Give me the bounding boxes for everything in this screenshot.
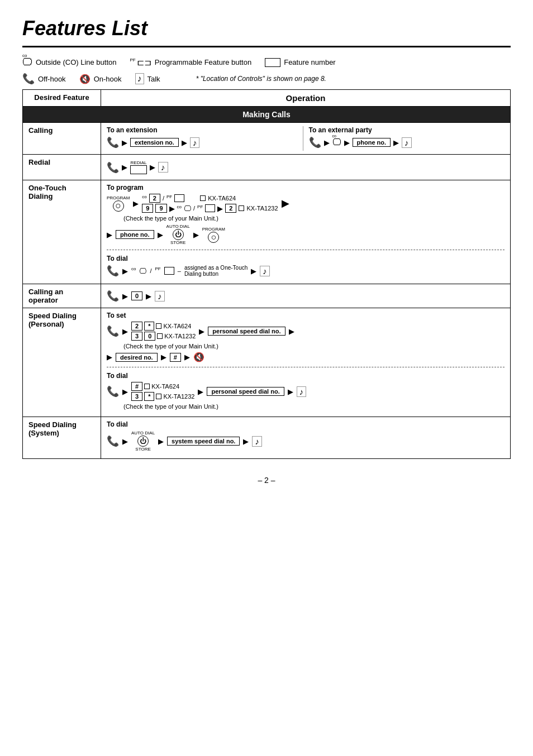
- dialing-btn-label: Dialing button: [184, 271, 248, 277]
- making-calls-header: Making Calls: [23, 107, 511, 123]
- co-line-legend: co 🖵 Outside (CO) Line button: [22, 56, 117, 68]
- table-row: One-TouchDialing To program PROGRAM ○ ▶ …: [23, 180, 511, 284]
- talk-sym-4: ♪: [260, 266, 270, 276]
- to-dial-label-3: To dial: [107, 420, 505, 428]
- talk-sym-7: ♪: [252, 436, 262, 447]
- talk-sym-5: ♪: [155, 291, 165, 302]
- feature-speed-personal: Speed Dialing(Personal): [23, 308, 101, 417]
- page-number: – 2 –: [22, 476, 511, 485]
- arrow-2: ▶: [182, 138, 187, 147]
- talk-sym-6: ♪: [297, 386, 307, 397]
- talk-label: Talk: [147, 75, 160, 83]
- offhook-sym-3: 📞: [107, 161, 119, 174]
- personal-speed-no-btn-2: personal speed dial no.: [207, 387, 284, 396]
- kx-ta624-check-1: [200, 195, 206, 201]
- check-main-unit-1: (Check the type of your Main Unit.): [123, 215, 505, 222]
- op-speed-system: To dial 📞 ▶ AUTO DIAL ⏻ STORE ▶ system s…: [101, 417, 511, 459]
- to-extension-label: To an extension: [107, 126, 299, 134]
- table-row: Redial 📞 ▶ REDIAL ▶ ♪: [23, 155, 511, 180]
- check-main-unit-2: (Check the type of your Main Unit.): [123, 343, 505, 350]
- phone-no-btn: phone no.: [353, 138, 391, 147]
- feature-calling: Calling: [23, 123, 101, 155]
- feature-operator: Calling anoperator: [23, 284, 101, 308]
- offhook-sym-8: 📞: [107, 435, 119, 447]
- table-row: Speed Dialing(Personal) To set 📞 ▶ 2 * K…: [23, 308, 511, 417]
- offhook-sym-4: 📞: [107, 265, 119, 277]
- features-table: Desired Feature Operation Making Calls C…: [22, 89, 511, 459]
- redial-box: [130, 165, 147, 174]
- offhook-sym-7: 📞: [107, 385, 119, 398]
- talk-sym-2: ♪: [402, 137, 412, 148]
- title-divider: [22, 46, 511, 47]
- kx-ta1232-label-3: KX-TA1232: [163, 393, 194, 400]
- kx-ta624-label-1: KX-TA624: [208, 195, 236, 202]
- arrow-1: ▶: [122, 138, 127, 147]
- pf-label: Programmable Feature button: [155, 58, 251, 66]
- feature-one-touch: One-TouchDialing: [23, 180, 101, 284]
- op-one-touch: To program PROGRAM ○ ▶ co 2 / P: [101, 180, 511, 284]
- onhook-sym-1: 🔇: [193, 352, 204, 362]
- legend-row-2: 📞 Off-hook 🔇 On-hook ♪ Talk * "Location …: [22, 73, 511, 85]
- to-dial-label-1: To dial: [107, 255, 505, 262]
- talk-legend: ♪ Talk: [135, 73, 160, 84]
- feature-redial: Redial: [23, 155, 101, 180]
- hash-btn-1: #: [170, 353, 181, 362]
- table-row: Speed Dialing(System) To dial 📞 ▶ AUTO D…: [23, 417, 511, 459]
- kx-ta624-label-2: KX-TA624: [163, 323, 191, 329]
- pf-icon: PF ⊏⊐: [130, 57, 151, 68]
- offhook-sym-2: 📞: [309, 136, 321, 149]
- offhook-sym-6: 📞: [107, 325, 119, 337]
- kx-ta624-label-3: KX-TA624: [151, 383, 179, 390]
- col-feature-header: Desired Feature: [23, 90, 101, 107]
- kx-ta1232-label-2: KX-TA1232: [164, 333, 196, 339]
- table-row: Calling anoperator 📞 ▶ 0 ▶ ♪: [23, 284, 511, 308]
- talk-sym-1: ♪: [190, 137, 200, 148]
- page-title: Features List: [22, 17, 511, 40]
- offhook-sym-5: 📞: [107, 290, 119, 302]
- op-calling: To an extension 📞 ▶ extension no. ▶ ♪ To…: [101, 123, 511, 155]
- offhook-icon: 📞: [22, 73, 35, 85]
- system-speed-no-btn: system speed dial no.: [167, 437, 240, 446]
- pf-legend: PF ⊏⊐ Programmable Feature button: [130, 57, 252, 68]
- talk-icon: ♪: [135, 73, 144, 84]
- co-line-icon: co 🖵: [22, 56, 32, 68]
- kx-ta1232-label-1: KX-TA1232: [246, 205, 278, 212]
- dashed-divider-2: [107, 367, 505, 367]
- dashed-divider-1: [107, 250, 505, 250]
- kx-ta1232-check-3: [156, 394, 161, 399]
- to-program-label: To program: [107, 184, 505, 192]
- feature-speed-system: Speed Dialing(System): [23, 417, 101, 459]
- offhook-label: Off-hook: [38, 75, 66, 83]
- extension-no-btn: extension no.: [130, 138, 179, 147]
- onhook-icon: 🔇: [79, 74, 91, 84]
- zero-btn: 0: [131, 291, 142, 300]
- table-row: Calling To an extension 📞 ▶ extension no…: [23, 123, 511, 155]
- to-dial-label-2: To dial: [107, 372, 505, 380]
- assigned-label: assigned as a One-Touch: [184, 265, 248, 271]
- op-speed-personal: To set 📞 ▶ 2 * KX-TA624 3: [101, 308, 511, 417]
- note-legend: * "Location of Controls" is shown on pag…: [174, 75, 326, 83]
- feature-number-box: [265, 58, 280, 67]
- onhook-label: On-hook: [94, 75, 122, 83]
- feature-number-label: Feature number: [284, 58, 336, 66]
- offhook-legend: 📞 Off-hook: [22, 73, 66, 85]
- desired-no-btn: desired no.: [116, 353, 158, 362]
- personal-speed-no-btn-1: personal speed dial no.: [208, 327, 285, 336]
- offhook-sym-1: 📞: [107, 136, 119, 149]
- kx-ta624-check-2: [156, 323, 161, 329]
- kx-ta624-check-3: [144, 384, 150, 389]
- feature-number-legend: Feature number: [265, 58, 336, 67]
- op-redial: 📞 ▶ REDIAL ▶ ♪: [101, 155, 511, 180]
- to-set-label: To set: [107, 312, 505, 319]
- talk-sym-3: ♪: [158, 162, 168, 173]
- col-operation-header: Operation: [101, 90, 511, 107]
- check-main-unit-3: (Check the type of your Main Unit.): [123, 403, 505, 410]
- to-external-label: To an external party: [309, 126, 502, 134]
- phone-no-btn-2: phone no.: [116, 230, 154, 239]
- note-text: * "Location of Controls" is shown on pag…: [196, 75, 326, 83]
- legend-row-1: co 🖵 Outside (CO) Line button PF ⊏⊐ Prog…: [22, 56, 511, 68]
- op-operator: 📞 ▶ 0 ▶ ♪: [101, 284, 511, 308]
- co-line-label: Outside (CO) Line button: [36, 58, 117, 66]
- kx-ta1232-check-1: [239, 205, 244, 211]
- kx-ta1232-check-2: [157, 333, 163, 339]
